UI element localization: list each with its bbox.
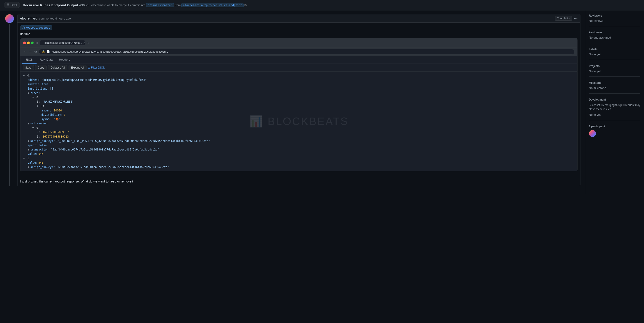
json-line: ▼ transaction: "5abf0460bacb6274c7a5cac5…: [23, 148, 574, 152]
sidebar-reviewers: Reviewers No reviews: [589, 14, 640, 26]
comment-time: commented 4 hours ago: [39, 17, 71, 20]
browser-chrome: ⊞ localhost/r/output/5abf0460ba... ✕ +: [20, 38, 577, 48]
browser-window: ⊞ localhost/r/output/5abf0460ba... ✕ + ←: [20, 38, 578, 171]
json-line: symbol: "🦊": [23, 117, 574, 122]
contributor-badge: Contributor: [555, 16, 572, 21]
reviewers-value: No reviews: [589, 19, 640, 22]
development-value: Successfully merging this pull request m…: [589, 103, 640, 111]
sidebar: Reviewers No reviews Assignees No one as…: [585, 10, 644, 194]
json-line: ▼ sat_ranges:: [23, 122, 574, 126]
refresh-icon[interactable]: ↻: [34, 50, 37, 54]
json-line: value: 546: [23, 152, 574, 156]
comment-block: elocremarc commented 4 hours ago Contrib…: [4, 14, 580, 186]
browser-tab[interactable]: localhost/r/output/5abf0460ba... ✕: [40, 40, 85, 46]
filter-icon: ⊞: [88, 66, 90, 69]
sidebar-development: Development Successfully merging this pu…: [589, 98, 640, 120]
participant-avatar: [589, 130, 596, 137]
comment-actions: Contributor •••: [555, 16, 578, 21]
main-layout: elocremarc commented 4 hours ago Contrib…: [0, 10, 644, 194]
json-line: amount: 10000: [23, 108, 574, 113]
comment-body: /r/output/:output Its time ⊞: [18, 23, 580, 174]
draft-icon: ⠿: [6, 3, 9, 7]
json-line: ▼ 1:: [23, 156, 574, 161]
content-area: elocremarc commented 4 hours ago Contrib…: [0, 10, 585, 194]
copy-branch-icon[interactable]: ⧉: [244, 4, 246, 7]
pr-meta: elocremarc wants to merge 1 commit into …: [91, 4, 246, 7]
close-dot[interactable]: [23, 42, 26, 44]
browser-dots: [23, 42, 34, 44]
sidebar-assignees: Assignees No one assigned: [589, 31, 640, 43]
maximize-dot[interactable]: [31, 42, 34, 44]
forward-icon[interactable]: →: [28, 50, 32, 54]
json-line: ▼ 0:: [23, 74, 574, 78]
comment-content: elocremarc commented 4 hours ago Contrib…: [17, 14, 580, 186]
draft-badge: ⠿ Draft: [4, 2, 20, 8]
tab-raw-data[interactable]: Raw Data: [36, 56, 56, 64]
pr-title: Recursive Runes Endpoint Output #3654: [23, 3, 88, 7]
assignees-title: Assignees: [589, 31, 640, 34]
address-text: localhost/r/output/5abf0460bacb6274c7a5c…: [52, 50, 168, 53]
json-line: spent: false: [23, 143, 574, 148]
json-line: address: "bc1pp7xzlt9jx50daqzw5rxmac3qd4…: [23, 78, 574, 82]
tab-close-icon[interactable]: ✕: [83, 42, 85, 44]
file-icon: 📄: [46, 50, 50, 53]
security-icon: 🔒: [42, 50, 45, 53]
json-line: divisibility: 0: [23, 113, 574, 117]
head-branch[interactable]: elocremarc:output-recursive-endpoint: [181, 3, 244, 7]
avatar: [5, 14, 14, 23]
filter-json-button[interactable]: ⊞ Filter JSON: [88, 66, 105, 69]
development-title: Development: [589, 98, 640, 101]
path-tag: /r/output/:output: [20, 26, 52, 30]
its-time-text: Its time: [20, 32, 578, 36]
sidebar-milestone: Milestone No milestone: [589, 81, 640, 94]
json-line: value: 546: [23, 161, 574, 165]
sidebar-labels: Labels None yet: [589, 48, 640, 60]
participants-title: 1 participant: [589, 125, 640, 128]
top-bar: ⠿ Draft Recursive Runes Endpoint Output …: [0, 0, 644, 10]
json-line: ▼ 0:: [23, 126, 574, 130]
json-line: ▼ runes:: [23, 91, 574, 95]
sidebar-projects: Projects None yet: [589, 64, 640, 77]
json-line: ▼ 1:: [23, 104, 574, 108]
tab-headers[interactable]: Headers: [56, 56, 73, 64]
expand-all-button[interactable]: Expand All: [68, 65, 86, 70]
tab-url: localhost/r/output/5abf0460ba...: [44, 41, 82, 44]
comment-header: elocremarc commented 4 hours ago Contrib…: [18, 14, 580, 23]
milestone-title: Milestone: [589, 81, 640, 84]
more-options-icon[interactable]: •••: [574, 16, 578, 20]
json-line: 0: 1670779085889167: [23, 130, 574, 134]
new-tab-icon[interactable]: +: [87, 41, 89, 45]
projects-title: Projects: [589, 64, 640, 68]
bottom-comment-text: I just proxied the current /output respo…: [18, 177, 580, 186]
tab-json[interactable]: JSON: [22, 56, 36, 64]
labels-value: None yet: [589, 53, 640, 56]
draft-label: Draft: [11, 4, 17, 7]
address-bar[interactable]: 🔒 📄 localhost/r/output/5abf0460bacb6274c…: [39, 49, 574, 54]
json-line: 0: "WANKO•MANKO•RUNES": [23, 100, 574, 104]
save-button[interactable]: Save: [23, 65, 34, 70]
browser-nav: ← → ↻ 🔒 📄 localhost/r/output/5abf0460bac…: [20, 48, 577, 56]
json-line: ▼ 0:: [23, 95, 574, 100]
json-line: inscriptions: []: [23, 87, 574, 91]
projects-value: None yet: [589, 70, 640, 73]
milestone-value: No milestone: [589, 86, 640, 90]
browser-menu-icon: ⊞: [36, 41, 38, 45]
copy-button[interactable]: Copy: [35, 65, 46, 70]
json-line: ▼ script_pubkey: "51200f8c2facb2351ede80…: [23, 165, 574, 169]
json-line: 1: 1670779085889713: [23, 134, 574, 139]
assignees-value: No one assigned: [589, 36, 640, 39]
json-toolbar: Save Copy Collapse All Expand All ⊞ Filt…: [20, 64, 577, 72]
json-content: 📊 BLOCKBEATS ▼ 0: address: "bc1pp7xzlt9j…: [20, 72, 577, 171]
minimize-dot[interactable]: [27, 42, 30, 44]
json-line: ▼ script_pubkey: "OP_PUSHNUM_1 OP_PUSHBY…: [23, 139, 574, 143]
base-branch[interactable]: ordinals:master: [146, 3, 174, 7]
reviewers-title: Reviewers: [589, 14, 640, 17]
development-none: None yet: [589, 113, 640, 116]
collapse-all-button[interactable]: Collapse All: [48, 65, 67, 70]
labels-title: Labels: [589, 48, 640, 51]
sidebar-participants: 1 participant: [589, 125, 640, 141]
json-tabs: JSON Raw Data Headers: [20, 56, 577, 64]
back-icon[interactable]: ←: [23, 50, 27, 54]
json-line: indexed: true: [23, 82, 574, 86]
comment-author: elocremarc: [20, 16, 37, 20]
